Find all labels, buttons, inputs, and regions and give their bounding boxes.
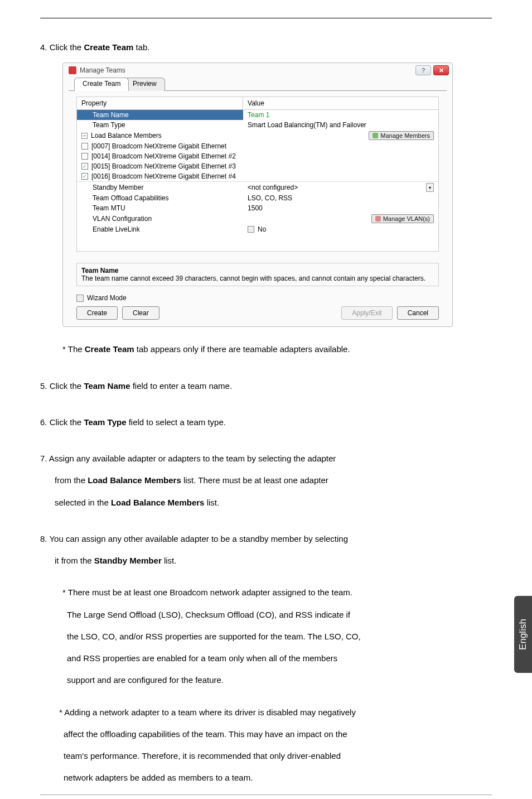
clear-button[interactable]: Clear [122,306,159,320]
property-grid: Property Value Team Name Team 1 Team Typ… [76,97,439,252]
checkbox-icon[interactable] [81,143,88,150]
livelink-label: Enable LiveLink [93,225,140,233]
tabs-row: Create Team Preview [69,78,447,91]
help-button[interactable]: ? [415,65,431,75]
header-property: Property [77,97,243,109]
cancel-button[interactable]: Cancel [397,306,439,320]
mtu-value: 1500 [248,204,263,212]
note2-l3: team's performance. Therefore, it is rec… [64,749,492,762]
footer: ASRock X79 Extreme6/GB / X79 Extreme6 Mo… [40,795,492,800]
row-load-balance[interactable]: −Load Balance Members Manage Members [77,130,438,141]
desc-header: Team Name [81,267,434,275]
note1-l5: support and are configured for the featu… [67,673,492,686]
t: field to enter a team name. [130,381,232,391]
t: 6. Click the [40,417,84,427]
checkbox-icon[interactable] [81,173,88,180]
b: Team Type [84,417,126,427]
t: selected in the [55,498,111,507]
close-button[interactable]: ✕ [433,65,449,75]
b: Load Balance Members [88,475,181,485]
row-offload: Team Offload Capabilities LSO, CO, RSS [77,193,438,203]
header-value: Value [243,97,438,109]
tab-create-team[interactable]: Create Team [74,78,129,91]
t: from the [55,475,88,485]
step4-suffix: tab. [133,42,149,52]
manage-vlans-button[interactable]: Manage VLAN(s) [371,214,434,223]
button-row: Create Clear Apply/Exit Cancel [76,306,439,320]
team-name-label: Team Name [93,111,129,119]
row-standby[interactable]: Standby Member <not configured>▾ [77,181,438,193]
step-8-line2: it from the Standby Member list. [55,554,492,567]
standby-label: Standby Member [93,184,143,191]
t: list. [162,556,177,565]
manage-teams-dialog: Manage Teams ? ✕ Create Team Preview Pro… [62,62,453,327]
create-button[interactable]: Create [76,306,118,320]
t: field to select a team type. [127,417,226,427]
adapter-label: [0016] Broadcom NetXtreme Gigabit Ethern… [91,172,236,180]
adapter-label: [0014] Broadcom NetXtreme Gigabit Ethern… [91,152,236,160]
b: Team Name [84,381,130,391]
adapter-label: [0015] Broadcom NetXtreme Gigabit Ethern… [91,162,236,170]
manage-vlans-label: Manage VLAN(s) [383,215,430,222]
step-7-line1: 7. Assign any available adapter or adapt… [40,452,492,465]
manage-members-label: Manage Members [380,132,430,139]
note1-l1: * There must be at least one Broadcom ne… [62,586,492,599]
standby-value: <not configured> [248,184,298,191]
note2-l2: affect the offloading capabilities of th… [64,728,492,740]
step-6: 6. Click the Team Type field to select a… [40,416,492,429]
note1-l3: the LSO, CO, and/or RSS properties are s… [67,630,492,643]
tree-toggle-icon[interactable]: − [81,133,88,139]
offload-label: Team Offload Capabilities [93,194,169,202]
note-prefix: * The [62,344,85,354]
load-balance-label: Load Balance Members [91,132,162,139]
tab-preview[interactable]: Preview [124,78,165,91]
checkbox-icon[interactable] [81,163,88,170]
t: list. [204,498,219,507]
step-7-line3: selected in the Load Balance Members lis… [55,496,492,509]
grid-header: Property Value [77,97,438,110]
team-name-value: Team 1 [248,111,269,119]
team-type-value: Smart Load Balancing(TM) and Failover [248,121,366,129]
app-icon [69,66,76,74]
b: Standby Member [94,556,162,565]
adapter-row-1[interactable]: [0014] Broadcom NetXtreme Gigabit Ethern… [77,151,438,161]
b: Load Balance Members [111,498,205,507]
note2-l1: * Adding a network adapter to a team whe… [59,706,492,719]
close-icon: ✕ [439,68,444,74]
dialog-titlebar: Manage Teams ? ✕ [63,63,452,78]
note-bold: Create Team [85,344,134,354]
chevron-down-icon[interactable]: ▾ [426,183,434,192]
row-team-name[interactable]: Team Name Team 1 [77,110,438,120]
step4-bold: Create Team [84,42,133,52]
mtu-label: Team MTU [93,204,125,212]
row-team-type[interactable]: Team Type Smart Load Balancing(TM) and F… [77,120,438,130]
note2-l4: network adapters be added as members to … [64,771,492,784]
team-type-label: Team Type [93,121,125,129]
livelink-checkbox[interactable] [248,226,254,233]
description-box: Team Name The team name cannot exceed 39… [76,263,439,286]
top-rule [40,18,492,18]
row-vlan[interactable]: VLAN Configuration Manage VLAN(s) [77,213,438,224]
apply-exit-button[interactable]: Apply/Exit [341,306,392,320]
row-livelink[interactable]: Enable LiveLink No [77,224,438,234]
adapter-row-2[interactable]: [0015] Broadcom NetXtreme Gigabit Ethern… [77,161,438,171]
row-mtu[interactable]: Team MTU 1500 [77,203,438,213]
desc-text: The team name cannot exceed 39 character… [81,275,434,282]
manage-members-button[interactable]: Manage Members [369,131,434,140]
step4-prefix: 4. Click the [40,42,84,52]
vlan-icon [375,216,381,222]
adapter-row-3[interactable]: [0016] Broadcom NetXtreme Gigabit Ethern… [77,171,438,181]
note1-l2: The Large Send Offload (LSO), Checksum O… [67,608,492,621]
adapter-label: [0007] Broadcom NetXtreme Gigabit Ethern… [91,142,226,150]
offload-value: LSO, CO, RSS [248,194,292,202]
step-8-line1: 8. You can assign any other available ad… [40,532,492,545]
step-4: 4. Click the Create Team tab. [40,41,492,54]
step-5: 5. Click the Team Name field to enter a … [40,379,492,392]
side-tab-label: English [518,619,529,650]
members-icon [373,133,378,138]
wizard-label: Wizard Mode [87,294,127,302]
wizard-mode-row[interactable]: Wizard Mode [76,294,439,302]
checkbox-icon[interactable] [81,153,88,160]
adapter-row-0[interactable]: [0007] Broadcom NetXtreme Gigabit Ethern… [77,141,438,151]
wizard-checkbox[interactable] [76,295,84,302]
